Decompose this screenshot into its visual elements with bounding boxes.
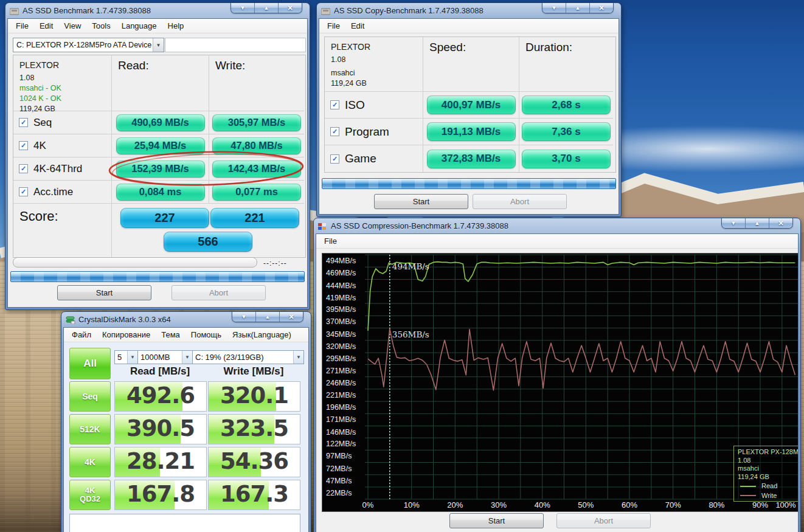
menubar: File Edit View Tools Language Help (8, 19, 307, 33)
compression-client: File 494MB/s469MB/s444MB/s419MB/s395MB/s… (316, 233, 799, 532)
minimize-icon[interactable]: ▼ (542, 3, 566, 13)
menu-help-ru[interactable]: Помощь (185, 329, 227, 340)
minimize-icon[interactable]: ▼ (722, 218, 745, 228)
chevron-down-icon[interactable]: ▼ (182, 351, 192, 364)
app-icon-copy-benchmark (321, 7, 330, 15)
minimize-icon[interactable]: ▼ (231, 3, 254, 13)
maximize-icon[interactable]: ▲ (254, 3, 278, 13)
row-label-acctime: ✓Acc.time (13, 181, 112, 204)
drive-select-value: C: PLEXTOR PX-128M5Pro ATA Device (16, 41, 151, 49)
acctime-write-value: 0,077 ms (209, 181, 304, 204)
maximize-icon[interactable]: ▲ (745, 218, 769, 228)
chevron-down-icon[interactable]: ▼ (127, 351, 137, 364)
checkbox-iso[interactable]: ✓ (330, 100, 339, 109)
svg-text:494MB/s: 494MB/s (392, 261, 429, 271)
menu-tools[interactable]: Tools (86, 20, 116, 32)
drive-select[interactable]: C: 19% (23/119GB)▼ (192, 350, 304, 364)
menu-view[interactable]: View (58, 20, 86, 32)
abort-button[interactable]: Abort (172, 285, 266, 300)
menu-edit[interactable]: Edit (345, 20, 370, 32)
menu-copy-ru[interactable]: Копирование (97, 329, 156, 340)
svg-text:370MB/s: 370MB/s (326, 317, 356, 326)
write-line-swatch (740, 495, 756, 496)
device-capacity: 119,24 GB (331, 78, 417, 89)
seq-write-cell: 320.1 (208, 381, 300, 412)
checkbox-seq[interactable]: ✓ (19, 118, 28, 127)
drive-select[interactable]: C: PLEXTOR PX-128M5Pro ATA Device ▼ (13, 38, 164, 52)
all-test-button[interactable]: All (69, 348, 111, 379)
copy-results-table: PLEXTOR 1.08 msahci 119,24 GB Speed: Dur… (324, 36, 616, 173)
checkbox-4k[interactable]: ✓ (19, 141, 28, 150)
test-count-select[interactable]: 5▼ (114, 350, 138, 364)
svg-text:10%: 10% (404, 500, 420, 510)
chevron-down-icon[interactable]: ▼ (293, 351, 303, 364)
game-speed-value: 372,83 MB/s (423, 145, 519, 172)
svg-text:146MB/s: 146MB/s (326, 428, 356, 437)
start-button[interactable]: Start (374, 194, 468, 209)
svg-text:50%: 50% (578, 500, 594, 510)
menu-file-ru[interactable]: Файл (66, 329, 97, 340)
legend-firmware: 1.08 (738, 457, 799, 465)
window-controls: ▼ ▲ ✕ (230, 3, 302, 13)
iso-duration-value: 2,68 s (519, 92, 613, 119)
512k-test-button[interactable]: 512K (69, 414, 111, 444)
checkbox-program[interactable]: ✓ (330, 127, 339, 136)
legend-write-label: Write (761, 492, 777, 500)
4k-qd32-test-button[interactable]: 4K QD32 (69, 480, 111, 510)
svg-text:295MB/s: 295MB/s (326, 354, 356, 363)
empty-textbox[interactable] (165, 38, 306, 52)
close-icon[interactable]: ✕ (589, 3, 613, 13)
as-ssd-compression-benchmark-window: AS SSD Compression-Benchmark 1.7.4739.38… (313, 218, 801, 532)
copy-client: File Edit PLEXTOR 1.08 msahci 119,24 GB … (319, 18, 619, 215)
start-button[interactable]: Start (57, 285, 151, 300)
svg-text:72MB/s: 72MB/s (326, 465, 352, 473)
close-icon[interactable]: ✕ (279, 312, 303, 322)
results-table: PLEXTOR 1.08 msahci - OK 1024 K - OK 119… (13, 55, 306, 258)
window-controls: ▼ ▲ ✕ (721, 218, 793, 229)
abort-button[interactable]: Abort (556, 513, 651, 528)
menu-language-ru[interactable]: Язык(Language) (227, 329, 297, 340)
menu-theme-ru[interactable]: Тема (156, 329, 185, 340)
seq-write-value: 305,97 MB/s (209, 111, 304, 134)
svg-text:97MB/s: 97MB/s (326, 452, 352, 460)
svg-text:494MB/s: 494MB/s (326, 257, 356, 265)
4k-test-button[interactable]: 4K (69, 447, 111, 477)
row-label-iso: ✓ISO (325, 92, 423, 119)
svg-text:22MB/s: 22MB/s (326, 489, 352, 497)
4k-qd32-read-cell: 167.8 (114, 480, 207, 510)
close-icon[interactable]: ✕ (769, 218, 792, 228)
desktop: AS SSD Benchmark 1.7.4739.38088 ▼ ▲ ✕ Fi… (0, 0, 804, 532)
menu-file[interactable]: File (10, 20, 34, 32)
checkbox-game[interactable]: ✓ (330, 154, 339, 164)
checkbox-acctime[interactable]: ✓ (19, 187, 28, 196)
4k-read-value: 25,94 MB/s (112, 134, 209, 157)
close-icon[interactable]: ✕ (278, 3, 302, 13)
chart-legend: PLEXTOR PX-128M 1.08 msahci 119,24 GB Re… (733, 446, 799, 502)
test-size-select[interactable]: 1000MB▼ (137, 350, 193, 364)
svg-text:444MB/s: 444MB/s (326, 282, 356, 290)
svg-text:80%: 80% (709, 500, 724, 510)
abort-button[interactable]: Abort (473, 194, 567, 209)
seq-test-button[interactable]: Seq (69, 381, 111, 412)
comment-box[interactable] (69, 514, 300, 532)
minimize-icon[interactable]: ▼ (232, 312, 255, 322)
menu-language[interactable]: Language (116, 20, 162, 32)
menu-file[interactable]: File (322, 20, 345, 32)
speed-column-header: Speed: (423, 37, 519, 92)
row-label-4k: ✓4K (13, 134, 112, 157)
eta-label: --:--:-- (263, 259, 287, 268)
device-name: PLEXTOR (19, 60, 105, 71)
progress-bar (13, 257, 257, 268)
menu-file[interactable]: File (319, 235, 342, 247)
4k-write-value: 47,80 MB/s (209, 134, 304, 157)
maximize-icon[interactable]: ▲ (566, 3, 589, 13)
menu-edit[interactable]: Edit (34, 20, 58, 32)
menu-help[interactable]: Help (162, 20, 190, 32)
4k-qd32-write-cell: 167.3 (208, 480, 300, 510)
chevron-down-icon[interactable]: ▼ (153, 38, 164, 52)
svg-text:271MB/s: 271MB/s (326, 367, 356, 375)
checkbox-4k64thrd[interactable]: ✓ (19, 164, 28, 173)
maximize-icon[interactable]: ▲ (255, 312, 279, 322)
row-label-seq: ✓Seq (13, 111, 112, 134)
start-button[interactable]: Start (449, 513, 544, 528)
